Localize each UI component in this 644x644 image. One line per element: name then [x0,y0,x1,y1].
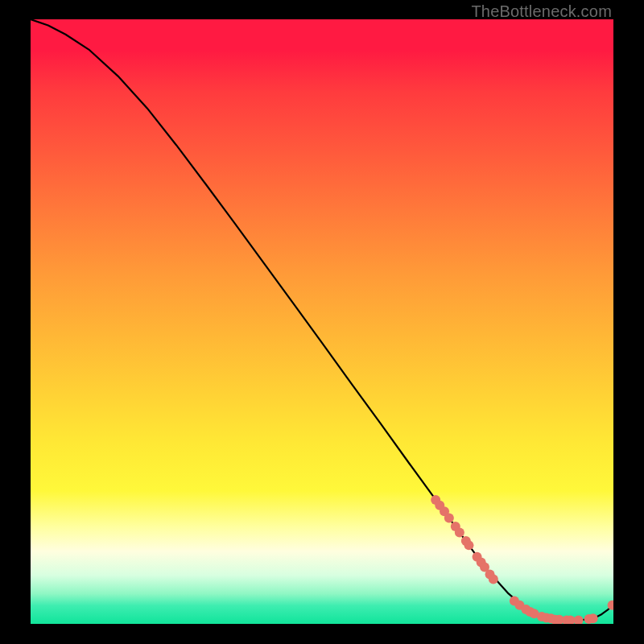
highlight-dot [455,528,464,538]
highlight-dot [489,574,498,584]
highlight-dots [431,495,613,624]
watermark-text: TheBottleneck.com [471,2,612,21]
highlight-dot [444,514,454,523]
highlight-dot [588,613,598,623]
highlight-dot [574,615,584,624]
highlight-dot [464,540,473,550]
plot-area [31,19,613,624]
curve-line [31,19,613,620]
chart-frame: TheBottleneck.com [0,0,644,644]
chart-svg [31,19,613,624]
